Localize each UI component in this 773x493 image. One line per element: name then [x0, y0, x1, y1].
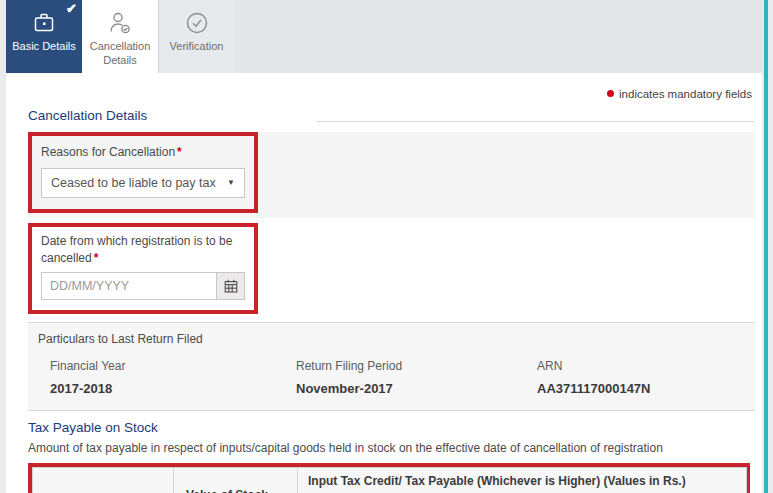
date-field-row: Date from which registration is to be ca… [28, 223, 754, 315]
tab-label: Verification [166, 40, 228, 54]
reason-select[interactable]: Ceased to be liable to pay tax ▼ [41, 168, 245, 198]
cancellation-section-header: Cancellation Details [28, 108, 754, 123]
tab-verification[interactable]: Verification [158, 0, 234, 73]
reason-label-text: Reasons for Cancellation [41, 145, 175, 159]
return-period-label: Return Filing Period [296, 359, 537, 373]
arn-value: AA371117000147N [537, 381, 755, 396]
window-edge-highlight [764, 0, 768, 493]
tax-payable-table: Description Value of Stock (Rs) Input Ta… [32, 467, 747, 493]
mandatory-note-text: indicates mandatory fields [619, 88, 752, 100]
tax-payable-heading: Tax Payable on Stock [28, 420, 754, 435]
briefcase-icon [31, 9, 57, 37]
return-period-field: Return Filing Period November-2017 [296, 359, 537, 396]
circle-check-icon [184, 9, 210, 37]
column-header-itc-group: Input Tax Credit/ Tax Payable (Whichever… [298, 468, 747, 493]
reason-field-band: Reasons for Cancellation* Ceased to be l… [28, 132, 755, 218]
date-input-group [41, 272, 245, 300]
chevron-down-icon: ▼ [227, 178, 235, 187]
section-divider [317, 121, 754, 122]
last-return-heading: Particulars to Last Return Filed [30, 332, 755, 346]
arn-field: ARN AA371117000147N [537, 359, 755, 396]
mandatory-note: indicates mandatory fields [28, 73, 754, 106]
date-label-text: Date from which registration is to be ca… [41, 234, 232, 265]
required-asterisk: * [94, 251, 99, 265]
gst-cancellation-page: ✔ Basic Details Cancellation Details [0, 0, 773, 493]
financial-year-field: Financial Year 2017-2018 [50, 359, 296, 396]
return-period-value: November-2017 [296, 381, 537, 396]
date-highlight-box: Date from which registration is to be ca… [28, 223, 258, 315]
tab-basic-details[interactable]: ✔ Basic Details [6, 0, 82, 73]
form-content: indicates mandatory fields Cancellation … [6, 73, 762, 493]
calendar-button[interactable] [216, 273, 244, 299]
date-input[interactable] [42, 273, 216, 299]
completed-check-icon: ✔ [66, 1, 77, 16]
section-title: Cancellation Details [28, 108, 147, 123]
tax-table-highlight-box: Description Value of Stock (Rs) Input Ta… [28, 463, 750, 493]
reason-highlight-box: Reasons for Cancellation* Ceased to be l… [28, 132, 258, 213]
tab-label: Basic Details [8, 40, 80, 54]
tab-cancellation-details[interactable]: Cancellation Details [82, 0, 158, 73]
arn-label: ARN [537, 359, 755, 373]
date-field-label: Date from which registration is to be ca… [41, 233, 241, 267]
table-header-row-1: Description Value of Stock (Rs) Input Ta… [33, 468, 747, 493]
tax-payable-description: Amount of tax payable in respect of inpu… [28, 441, 754, 455]
wizard-tabbar: ✔ Basic Details Cancellation Details [6, 0, 762, 73]
reason-field-label: Reasons for Cancellation* [41, 144, 245, 161]
financial-year-label: Financial Year [50, 359, 296, 373]
reason-selected-value: Ceased to be liable to pay tax [51, 176, 216, 190]
person-check-icon [107, 9, 133, 37]
column-header-stock-value: Value of Stock (Rs) [174, 468, 298, 493]
last-return-panel: Particulars to Last Return Filed Financi… [28, 322, 755, 411]
calendar-icon [224, 279, 238, 293]
last-return-fields: Financial Year 2017-2018 Return Filing P… [30, 359, 755, 396]
mandatory-dot-icon [607, 90, 614, 97]
column-header-description: Description [33, 468, 174, 493]
financial-year-value: 2017-2018 [50, 381, 296, 396]
required-asterisk: * [177, 145, 182, 159]
tab-label: Cancellation Details [82, 40, 158, 68]
